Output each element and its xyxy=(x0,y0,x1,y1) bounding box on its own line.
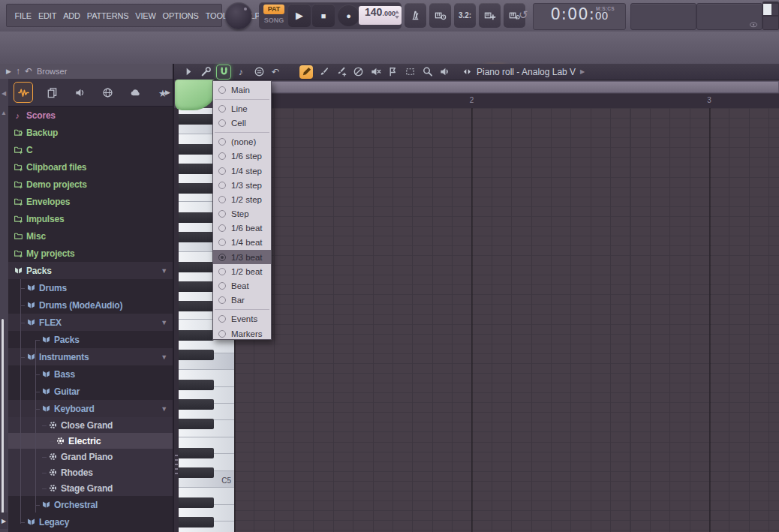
browser-item-packs[interactable]: Packs▼ xyxy=(8,262,173,279)
black-key[interactable] xyxy=(179,164,214,174)
snap-option-line[interactable]: Line xyxy=(213,101,271,116)
black-key[interactable] xyxy=(179,497,214,508)
snap-option-1-4-step[interactable]: 1/4 step xyxy=(213,164,271,178)
divider-grip[interactable] xyxy=(175,455,178,474)
black-key[interactable] xyxy=(179,350,214,360)
snap-option-step[interactable]: Step xyxy=(213,207,271,221)
browser-item-legacy[interactable]: Legacy xyxy=(8,513,173,530)
browser-item-envelopes[interactable]: Envelopes xyxy=(8,193,173,210)
browser-menu-caret[interactable]: ▶ xyxy=(6,68,11,75)
browser-item-bass[interactable]: Bass xyxy=(8,365,173,383)
browser-item-guitar[interactable]: Guitar xyxy=(8,383,173,400)
browser-item-packs[interactable]: Packs xyxy=(8,331,173,348)
browser-item-backup[interactable]: Backup xyxy=(8,124,173,141)
playback-tool-button[interactable] xyxy=(438,65,451,79)
tabs-scroll-right-icon[interactable]: ▶ xyxy=(165,89,170,96)
main-pitch-knob[interactable] xyxy=(225,2,252,29)
timeline-ruler[interactable]: 23 xyxy=(234,94,779,109)
black-key[interactable] xyxy=(179,419,214,429)
snap-option-1-2-step[interactable]: 1/2 step xyxy=(213,192,271,206)
slip-tool-button[interactable] xyxy=(386,65,399,79)
undo-button[interactable]: ↶ xyxy=(269,65,283,79)
collapse-all-icon[interactable]: ▲ xyxy=(1,110,7,116)
zoom-tool-button[interactable] xyxy=(420,65,434,79)
paint-tool-button[interactable] xyxy=(317,65,330,79)
menu-edit[interactable]: EDIT xyxy=(35,11,59,20)
note-grid[interactable] xyxy=(234,108,779,532)
black-key[interactable] xyxy=(179,330,214,341)
draw-tool-button[interactable] xyxy=(299,65,313,79)
browser-item-instruments[interactable]: Instruments▼ xyxy=(8,348,173,365)
paint-sequence-tool-button[interactable] xyxy=(334,65,347,79)
play-button[interactable]: ▶ xyxy=(288,4,311,27)
browser-tab-plugin-presets[interactable] xyxy=(14,82,33,103)
menu-view[interactable]: VIEW xyxy=(132,11,159,20)
menu-options[interactable]: OPTIONS xyxy=(159,11,202,20)
browser-item-clipboard-files[interactable]: Clipboard files xyxy=(8,158,173,176)
workspace-grid[interactable] xyxy=(762,2,779,30)
black-key[interactable] xyxy=(179,399,214,410)
metronome-button[interactable] xyxy=(405,3,426,28)
prev-next-icon[interactable] xyxy=(462,67,472,77)
snap-option-bar[interactable]: Bar xyxy=(213,293,271,308)
song-mode-label[interactable]: SONG xyxy=(263,17,284,24)
arrow-up-icon[interactable]: ↑ xyxy=(16,66,20,77)
stamp-menu-button[interactable] xyxy=(252,65,266,79)
browser-item-orchestral[interactable]: Orchestral xyxy=(8,496,173,513)
snap-option-1-6-beat[interactable]: 1/6 beat xyxy=(213,221,271,236)
snap-option-beat[interactable]: Beat xyxy=(213,278,271,293)
delete-tool-button[interactable] xyxy=(351,65,365,79)
mute-tool-button[interactable] xyxy=(368,65,382,79)
black-key[interactable] xyxy=(179,448,214,458)
snap-option-events[interactable]: Events xyxy=(213,312,271,326)
browser-item-electric[interactable]: Electric xyxy=(8,433,173,449)
black-key[interactable] xyxy=(179,301,214,311)
browser-item-scores[interactable]: ♪Scores xyxy=(8,107,173,124)
blend-recording-button[interactable] xyxy=(479,3,501,28)
browser-item-rhodes[interactable]: Rhodes xyxy=(8,464,173,480)
browser-play-indicator[interactable]: ▶ xyxy=(0,512,8,529)
black-key[interactable] xyxy=(179,212,214,223)
black-key[interactable] xyxy=(179,380,214,390)
black-key[interactable] xyxy=(179,144,214,155)
snap-option--none-[interactable]: (none) xyxy=(213,135,271,149)
undo-icon[interactable]: ↶ xyxy=(25,66,32,77)
countdown-button[interactable]: 3.2: xyxy=(454,3,476,28)
snap-option-cell[interactable]: Cell xyxy=(213,116,271,130)
browser-item-demo-projects[interactable]: Demo projects xyxy=(8,176,173,193)
horizontal-scrollbar[interactable] xyxy=(234,81,779,93)
tabs-scroll-left-icon[interactable]: ◀ xyxy=(2,90,6,97)
browser-scrollbar[interactable] xyxy=(2,319,4,523)
tempo-display[interactable]: 140.000 xyxy=(359,6,402,25)
snap-option-markers[interactable]: Markers xyxy=(213,326,271,341)
pat-song-switch[interactable]: PAT SONG xyxy=(263,5,286,27)
black-key[interactable] xyxy=(179,232,214,242)
loop-record-icon[interactable]: ↺ xyxy=(519,8,528,22)
black-key[interactable] xyxy=(179,517,214,527)
snap-option-1-3-step[interactable]: 1/3 step xyxy=(213,178,271,192)
menu-add[interactable]: ADD xyxy=(60,11,84,20)
browser-item-keyboard[interactable]: Keyboard▼ xyxy=(8,400,173,417)
menu-patterns[interactable]: PATTERNS xyxy=(83,11,131,20)
menu-file[interactable]: FILE xyxy=(11,11,35,20)
tempo-spinner[interactable] xyxy=(395,11,399,19)
record-button[interactable]: ● xyxy=(338,5,359,26)
black-key[interactable] xyxy=(179,467,214,478)
browser-item-grand-piano[interactable]: Grand Piano xyxy=(8,449,173,464)
snap-option-main[interactable]: Main xyxy=(213,83,271,97)
tools-menu-button[interactable] xyxy=(199,65,212,79)
browser-tab-files[interactable] xyxy=(43,83,61,102)
browser-item-stage-grand[interactable]: Stage Grand xyxy=(8,480,173,496)
black-key[interactable] xyxy=(179,281,214,292)
browser-item-c[interactable]: C xyxy=(8,141,173,158)
browser-item-close-grand[interactable]: Close Grand xyxy=(8,417,173,433)
black-key[interactable] xyxy=(179,262,214,272)
browser-item-flex[interactable]: FLEX▼ xyxy=(8,314,173,331)
detach-caret-button[interactable] xyxy=(182,65,195,79)
chevron-down-icon[interactable]: ▼ xyxy=(161,319,167,326)
time-display-panel[interactable]: 0:00:00 M:S:CS xyxy=(533,3,626,30)
browser-item-my-projects[interactable]: My projects xyxy=(8,245,173,262)
wait-for-input-button[interactable] xyxy=(429,3,451,28)
chevron-down-icon[interactable]: ▼ xyxy=(161,405,167,413)
snap-option-1-2-beat[interactable]: 1/2 beat xyxy=(213,264,271,278)
